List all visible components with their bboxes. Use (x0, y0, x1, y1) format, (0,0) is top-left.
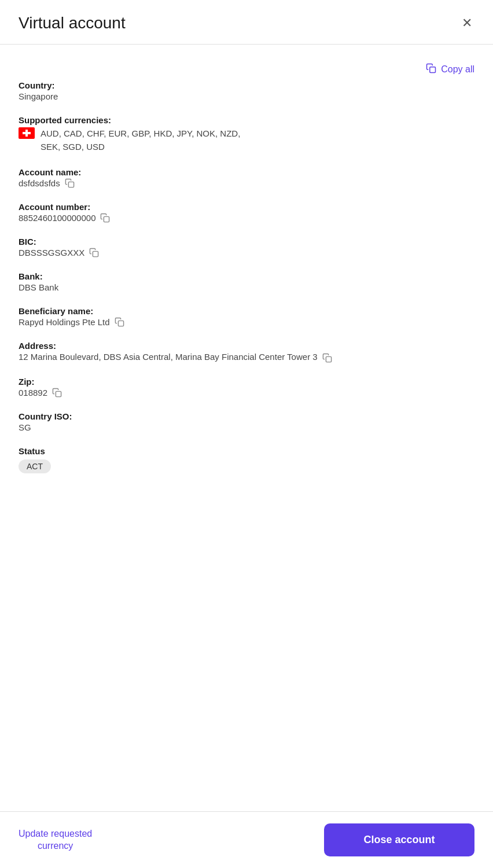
close-account-button[interactable]: Close account (324, 823, 474, 856)
field-bic-label: BIC: (19, 237, 474, 247)
copy-zip-button[interactable] (52, 388, 62, 398)
field-account-number-value-row: 8852460100000000 (19, 213, 474, 223)
field-account-name-label: Account name: (19, 167, 474, 177)
field-bic-value-row: DBSSSGSGXXX (19, 248, 474, 258)
field-zip: Zip: 018892 (19, 377, 474, 398)
field-country: Country: Singapore (19, 80, 474, 101)
field-bank-value: DBS Bank (19, 282, 474, 292)
svg-rect-5 (104, 216, 109, 222)
field-address: Address: 12 Marina Boulevard, DBS Asia C… (19, 341, 474, 363)
field-address-value: 12 Marina Boulevard, DBS Asia Central, M… (19, 352, 318, 362)
copy-beneficiary-button[interactable] (115, 317, 124, 327)
copy-account-name-button[interactable] (65, 178, 75, 188)
field-beneficiary-value-row: Rapyd Holdings Pte Ltd (19, 317, 474, 327)
field-status-label: Status (19, 446, 474, 456)
svg-rect-6 (93, 251, 98, 256)
field-zip-value: 018892 (19, 388, 47, 398)
update-currency-button[interactable]: Update requestedcurrency (19, 828, 92, 852)
field-bank: Bank: DBS Bank (19, 271, 474, 292)
field-account-number-label: Account number: (19, 202, 474, 212)
field-country-label: Country: (19, 80, 474, 90)
field-account-name-value-row: dsfdsdsfds (19, 178, 474, 188)
field-status: Status ACT (19, 446, 474, 473)
field-beneficiary-value: Rapyd Holdings Pte Ltd (19, 317, 110, 327)
field-account-number: Account number: 8852460100000000 (19, 202, 474, 223)
copy-all-button[interactable]: Copy all (426, 63, 474, 76)
field-bic: BIC: DBSSSGSGXXX (19, 237, 474, 258)
field-zip-value-row: 018892 (19, 388, 474, 398)
field-account-name-value: dsfdsdsfds (19, 178, 60, 188)
modal-body: Copy all Country: Singapore Supported cu… (0, 45, 493, 868)
svg-rect-3 (23, 132, 31, 134)
update-currency-label: Update requestedcurrency (19, 829, 92, 851)
svg-rect-7 (118, 321, 123, 326)
field-country-iso-label: Country ISO: (19, 411, 474, 421)
svg-rect-4 (68, 182, 73, 187)
field-beneficiary-label: Beneficiary name: (19, 306, 474, 316)
field-address-value-row: 12 Marina Boulevard, DBS Asia Central, M… (19, 352, 474, 363)
field-currencies-label: Supported currencies: (19, 115, 474, 125)
copy-all-icon (426, 63, 436, 76)
copy-bic-button[interactable] (89, 248, 99, 258)
currencies-text: AUD, CAD, CHF, EUR, GBP, HKD, JPY, NOK, … (41, 127, 240, 153)
svg-rect-0 (430, 67, 436, 73)
field-account-number-value: 8852460100000000 (19, 213, 95, 223)
field-country-iso: Country ISO: SG (19, 411, 474, 432)
field-country-value: Singapore (19, 91, 474, 101)
virtual-account-modal: Virtual account ✕ Copy all Country: Sing… (0, 0, 493, 868)
copy-all-row: Copy all (19, 54, 474, 80)
field-bic-value: DBSSSGSGXXX (19, 248, 84, 258)
close-button[interactable]: ✕ (459, 14, 474, 32)
field-country-iso-value: SG (19, 422, 474, 432)
field-zip-label: Zip: (19, 377, 474, 387)
modal-header: Virtual account ✕ (0, 0, 493, 45)
svg-rect-9 (56, 391, 61, 396)
field-address-label: Address: (19, 341, 474, 351)
field-bank-label: Bank: (19, 271, 474, 281)
copy-all-label: Copy all (441, 64, 474, 75)
modal-title: Virtual account (19, 14, 126, 32)
copy-account-number-button[interactable] (100, 213, 110, 223)
svg-rect-8 (326, 356, 331, 362)
currencies-row: AUD, CAD, CHF, EUR, GBP, HKD, JPY, NOK, … (19, 127, 474, 153)
swiss-flag-icon (19, 127, 35, 139)
field-beneficiary-name: Beneficiary name: Rapyd Holdings Pte Ltd (19, 306, 474, 327)
copy-address-button[interactable] (322, 353, 332, 363)
modal-footer: Update requestedcurrency Close account (0, 811, 493, 868)
field-supported-currencies: Supported currencies: AUD, CAD, CHF, EUR… (19, 115, 474, 153)
status-badge: ACT (19, 459, 51, 473)
field-account-name: Account name: dsfdsdsfds (19, 167, 474, 188)
